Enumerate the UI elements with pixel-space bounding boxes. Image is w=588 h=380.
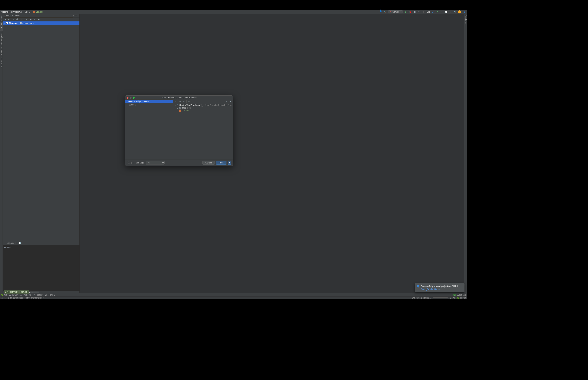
amend-label: Amend — [7, 242, 14, 244]
window-close-icon[interactable] — [127, 97, 129, 99]
run-icon[interactable]: ▶ — [404, 11, 407, 13]
search-icon[interactable]: 🔍 — [454, 11, 456, 13]
changes-node[interactable]: › ✓ Changes 1 file, updating… — [3, 21, 79, 25]
push-tags-label: Push tags: — [135, 162, 144, 164]
tree-project-row[interactable]: ⌄ 🗀 CodingTestProblems 1 file ~/IdeaProj… — [174, 104, 232, 107]
commit-tool-window: Commit to master ⚙ — ⟳ ↶ ⇅ 🗐 ⤓ ⊞ 👁 ⬍ ⬌ ›… — [3, 14, 80, 296]
status-bar: ▢ ◌ 1 file committed: commit (moments ag… — [0, 296, 467, 299]
breadcrumb-folder[interactable]: .idea — [25, 11, 30, 13]
colon: : — [142, 100, 143, 103]
shelve-icon[interactable]: ⤓ — [20, 18, 23, 21]
changes-checkbox[interactable]: ✓ — [6, 22, 8, 24]
run-config-selector[interactable]: ✖ Sample ▾ — [388, 10, 403, 13]
new-changelist-icon[interactable]: ＋ — [174, 100, 177, 103]
push-tags-select[interactable]: All — [146, 161, 165, 165]
bottom-tool-stripe: 🌿Git ☰TODO ⚠Problems ◷Profiler ▣Terminal… — [0, 293, 467, 296]
breadcrumb-sep: 〉 — [22, 11, 24, 13]
breadcrumbs: CodingTestProblems 〉 .idea 〉 vcs.xml — [1, 11, 43, 13]
chevron-down-icon: ⌄ — [177, 107, 178, 109]
xml-file-icon — [33, 11, 35, 13]
commit-message-input[interactable]: commit — [3, 245, 79, 291]
tab-git[interactable]: 🌿Git — [1, 294, 7, 296]
github-notification: i Successfully shared project on GitHub … — [415, 283, 464, 292]
git-label: Git: — [427, 11, 430, 13]
view-options-icon[interactable]: 👁 — [29, 18, 32, 21]
git-rollback-icon[interactable]: ↺ — [449, 11, 452, 13]
push-tags-checkbox[interactable] — [131, 162, 133, 164]
window-minimize-icon — [130, 97, 132, 99]
history-icon[interactable]: 🕑 — [18, 242, 21, 244]
dialog-titlebar: Push Commits to CodingTestProblems — [125, 95, 233, 100]
tab-terminal[interactable]: ▣Terminal — [45, 294, 55, 296]
hide-icon[interactable]: — — [75, 15, 78, 17]
push-button[interactable]: Push — [216, 161, 227, 165]
push-branches-pane: master → origin : master commit — [125, 100, 173, 160]
project-folder-icon: 🗀 — [177, 104, 179, 106]
status-indent-icon[interactable]: ⇆ — [453, 297, 455, 299]
tree-file-row[interactable]: vcs.xml — [174, 109, 232, 112]
gear-icon[interactable]: ⚙ — [73, 15, 75, 17]
git-history-icon[interactable]: 🕑 — [445, 11, 447, 13]
add-user-icon[interactable]: 👤▾ — [379, 11, 382, 13]
ide-features-icon[interactable]: ◆ — [463, 11, 466, 13]
expand-all-icon[interactable]: ⬍ — [225, 100, 228, 103]
tab-todo[interactable]: ☰TODO — [9, 294, 18, 296]
window-zoom-icon[interactable] — [133, 97, 134, 99]
preview-icon[interactable]: ▭ — [188, 100, 191, 103]
group-by-icon[interactable]: ⊞ — [25, 18, 28, 21]
progress-bar — [433, 297, 448, 298]
status-tool-windows-icon[interactable]: ▢ — [1, 297, 3, 299]
changelist-icon[interactable]: 🗐 — [16, 18, 19, 21]
status-sync: Synchronizing files… — [412, 297, 431, 299]
git-commit-icon[interactable]: ✔ — [436, 11, 439, 13]
breadcrumb-project[interactable]: CodingTestProblems — [1, 11, 22, 13]
amend-checkbox[interactable] — [4, 242, 6, 244]
event-log-badge: 3 — [453, 294, 456, 296]
push-commits-dialog: Push Commits to CodingTestProblems maste… — [125, 95, 233, 166]
rollback-icon[interactable]: ↶ — [7, 18, 11, 21]
right-tool-stripe: Database — [464, 14, 467, 296]
debug-icon[interactable]: 🐞 — [409, 11, 412, 13]
cancel-button[interactable]: Cancel — [203, 161, 214, 165]
user-avatar[interactable] — [458, 10, 461, 13]
remote-name[interactable]: origin — [136, 100, 141, 103]
git-branch-widget[interactable]: 🌿master — [456, 297, 466, 299]
tab-event-log[interactable]: 3 Event Log — [453, 294, 466, 296]
branch-mapping-row[interactable]: master → origin : master — [125, 100, 173, 103]
commit-list-item[interactable]: commit — [125, 103, 173, 107]
status-message: 1 file committed: commit (moments ago) — [8, 297, 44, 299]
group-icon[interactable]: ⊞ — [178, 100, 181, 103]
left-tool-stripe: Project Commit Pull Requests Structure B… — [0, 14, 3, 296]
collapse-all-icon[interactable]: ⬌ — [229, 100, 232, 103]
tree-file-name: vcs.xml — [182, 109, 189, 112]
status-cancel-icon[interactable]: ⊘ — [450, 297, 451, 299]
remote-branch[interactable]: master — [143, 100, 149, 103]
navigation-bar: CodingTestProblems 〉 .idea 〉 vcs.xml 👤▾ … — [0, 10, 467, 14]
refresh-icon[interactable]: ⟳ — [3, 18, 6, 21]
changes-count: 1 file, updating… — [19, 22, 34, 24]
push-dropdown[interactable]: ▾ — [228, 161, 231, 165]
git-update-icon[interactable]: ↙ — [432, 11, 434, 13]
push-files-pane: ＋ ⊞ ✎ ▭ ⬍ ⬌ ⌄ 🗀 CodingTestProblems 1 fil… — [173, 100, 233, 160]
tree-folder-row[interactable]: ⌄ 🗀 .idea 1 file — [174, 107, 232, 109]
diff-icon[interactable]: ⇅ — [12, 18, 15, 21]
tree-project-path: ~/IdeaProjects/CodingTestProb — [204, 104, 232, 106]
notification-title: Successfully shared project on GitHub — [421, 285, 458, 287]
tab-profiler[interactable]: ◷Profiler — [34, 294, 42, 296]
dialog-title: Push Commits to CodingTestProblems — [162, 96, 196, 99]
amend-gear-icon[interactable]: ✲ — [15, 242, 17, 244]
coverage-icon[interactable]: ◧ — [413, 11, 416, 13]
git-push-icon[interactable]: ↗ — [440, 11, 443, 13]
collapse-icon[interactable]: ⬌ — [37, 18, 40, 21]
tab-problems[interactable]: ⚠Problems — [20, 294, 31, 296]
help-button[interactable]: ? — [127, 161, 130, 164]
notification-link[interactable]: CodingTestProblems — [421, 288, 458, 290]
edit-icon[interactable]: ✎ — [182, 100, 186, 103]
expand-icon[interactable]: ⬍ — [33, 18, 36, 21]
profile-icon[interactable]: ◷▾ — [418, 11, 420, 13]
build-icon[interactable]: 🔨 — [384, 11, 387, 13]
dialog-footer: ? Push tags: All Cancel Push ▾ — [125, 160, 233, 166]
tab-database[interactable]: Database — [464, 14, 467, 25]
status-process-icon[interactable]: ◌ — [5, 297, 6, 299]
breadcrumb-file[interactable]: vcs.xml — [36, 11, 43, 13]
